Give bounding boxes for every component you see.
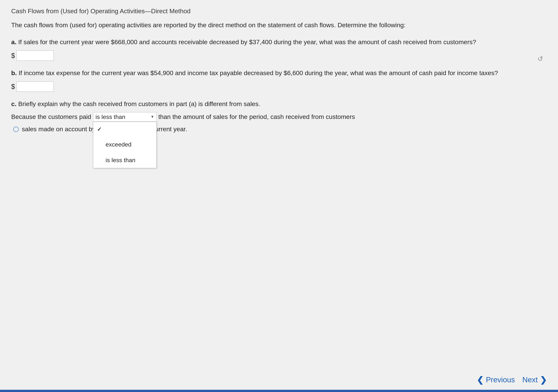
question-a-input-row: $ [11, 51, 547, 61]
question-b-block: b. If income tax expense for the current… [11, 68, 547, 92]
dropdown-container[interactable]: exceeded is less than ▼ ✓ ✓ exceeded ✓ [93, 112, 157, 122]
checkmark-icon: ✓ [97, 125, 103, 134]
next-label: Next [522, 375, 538, 384]
previous-label: Previous [486, 375, 515, 384]
question-a-input[interactable] [17, 51, 54, 61]
question-b-label: b. [11, 69, 17, 77]
previous-chevron-icon: ❮ [477, 375, 484, 384]
question-c-title-text: Briefly explain why the cash received fr… [18, 100, 260, 107]
sentence-suffix: than the amount of sales for the period,… [158, 112, 355, 122]
next-button[interactable]: Next ❯ [522, 375, 547, 384]
dropdown-item-exceeded[interactable]: ✓ exceeded [93, 137, 156, 152]
page-title: Cash Flows from (Used for) Operating Act… [11, 8, 547, 15]
question-b-input-row: $ [11, 81, 547, 92]
question-b-text: If income tax expense for the current ye… [19, 69, 498, 77]
dropdown-item-no-selection[interactable]: ✓ [93, 122, 156, 137]
dropdown-item-is-less-than[interactable]: ✓ is less than [93, 153, 156, 168]
question-b-input[interactable] [17, 81, 54, 92]
dropdown-exceeded-label: exceeded [105, 140, 131, 149]
question-c-sentence-2: ◯ sales made on account by $37,400 durin… [11, 124, 547, 134]
next-chevron-icon: ❯ [540, 375, 547, 384]
question-a-label: a. [11, 38, 17, 45]
question-a-block: a. If sales for the current year were $6… [11, 37, 547, 61]
question-a-text: If sales for the current year were $668,… [18, 38, 476, 45]
dropdown-is-less-than-label: is less than [105, 155, 135, 165]
dropdown-menu: ✓ ✓ exceeded ✓ is less than [93, 122, 157, 168]
sentence-prefix: Because the customers paid [11, 112, 91, 122]
intro-text: The cash flows from (used for) operating… [11, 20, 547, 30]
question-c-sentence-1: Because the customers paid exceeded is l… [11, 112, 547, 122]
question-a-dollar-sign: $ [11, 52, 15, 60]
previous-button[interactable]: ❮ Previous [477, 375, 515, 384]
navigation-bar: ❮ Previous Next ❯ [477, 375, 547, 384]
question-b-dollar-sign: $ [11, 83, 15, 91]
bottom-bar [0, 390, 558, 392]
question-c-block: c. Briefly explain why the cash received… [11, 99, 547, 134]
main-container: Cash Flows from (Used for) Operating Act… [0, 0, 558, 392]
comparison-dropdown[interactable]: exceeded is less than [93, 112, 157, 121]
question-c-label: c. [11, 100, 17, 107]
blue-bullet-icon: ◯ [13, 125, 19, 133]
refresh-icon[interactable]: ↺ [538, 55, 543, 63]
